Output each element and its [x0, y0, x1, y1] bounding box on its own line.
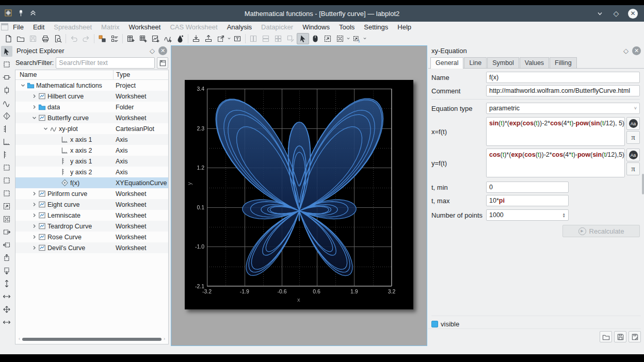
- add-x-axis-tool[interactable]: [1, 136, 12, 147]
- worksheet-page[interactable]: 3.42.31.20.1-1.0-2.1-3.2-1.9-0.60.61.93.…: [185, 80, 413, 309]
- expander-icon[interactable]: [31, 245, 37, 251]
- expander-icon[interactable]: [31, 191, 37, 197]
- print-button[interactable]: [39, 33, 52, 44]
- visible-checkbox[interactable]: [431, 321, 438, 327]
- text-label-button[interactable]: [231, 33, 244, 44]
- auto-scale-x-tool[interactable]: [1, 291, 12, 302]
- menu-settings[interactable]: Settings: [359, 23, 393, 31]
- add-y-axis-tool[interactable]: [1, 149, 12, 160]
- x-equation-field[interactable]: sin(t)*(exp(cos(t))-2*cos(4*t)-pow(sin(t…: [486, 117, 625, 146]
- extend-range-tool[interactable]: [1, 317, 12, 327]
- tmax-field[interactable]: 10*pi: [486, 195, 569, 206]
- expander-icon[interactable]: [31, 115, 37, 121]
- scale-x-region-tool[interactable]: [1, 72, 12, 83]
- new-datapicker-button[interactable]: [174, 33, 186, 44]
- zoom-select-tool[interactable]: [1, 201, 12, 211]
- expander-icon[interactable]: [31, 223, 37, 229]
- scrollbar-thumb[interactable]: [22, 338, 162, 341]
- auto-scale-all-tool[interactable]: [1, 304, 12, 315]
- add-equation-curve-tool[interactable]: [1, 110, 12, 121]
- menu-edit[interactable]: Edit: [28, 23, 49, 31]
- tab-filling[interactable]: Filling: [550, 57, 577, 68]
- shift-down-y-tool[interactable]: [1, 265, 12, 276]
- tree-row-mathematical-functions[interactable]: Mathematical functionsProject: [15, 80, 168, 91]
- tree-row-y-axis-2[interactable]: y axis 2Axis: [15, 167, 168, 177]
- equation-type-select[interactable]: parametric ˅: [486, 103, 640, 114]
- insert-constant-button[interactable]: π: [626, 131, 640, 144]
- import-button[interactable]: [190, 33, 202, 44]
- expander-icon[interactable]: [42, 126, 49, 132]
- zoom-fit-selection-tool[interactable]: [1, 213, 12, 224]
- new-worksheet-button[interactable]: [149, 33, 162, 44]
- print-preview-button[interactable]: [52, 33, 64, 44]
- menu-analysis[interactable]: Analysis: [222, 23, 256, 31]
- comment-field[interactable]: http://mathworld.wolfram.com/ButterflyCu…: [486, 85, 640, 96]
- load-template-button[interactable]: [600, 331, 612, 342]
- zoom-in-region-tool[interactable]: [1, 162, 12, 173]
- minimize-button[interactable]: [595, 9, 604, 18]
- tree-row-x-axis-1[interactable]: x axis 1Axis: [15, 134, 168, 145]
- tree-row-f-x-[interactable]: f(x)XYEquationCurve: [15, 177, 168, 188]
- tree-row-y-axis-1[interactable]: y axis 1Axis: [15, 156, 168, 167]
- tab-line[interactable]: Line: [464, 57, 487, 68]
- tree-row-xy-plot[interactable]: xy-plotCartesianPlot: [15, 123, 168, 134]
- close-dock-icon[interactable]: ✕: [632, 46, 641, 55]
- new-plot-button[interactable]: [162, 33, 174, 44]
- expander-icon[interactable]: [31, 93, 37, 100]
- insert-function-button[interactable]: Aa: [626, 149, 640, 161]
- dock-scrollbar[interactable]: [642, 174, 644, 194]
- auto-scale-y-tool[interactable]: [1, 278, 12, 289]
- scroll-right-arrow[interactable]: ›: [164, 337, 165, 341]
- chevron-down-icon[interactable]: [227, 33, 231, 44]
- add-xy-curve-tool[interactable]: [1, 97, 12, 108]
- navigate-mode-button[interactable]: [309, 33, 321, 44]
- select-mode-button[interactable]: [297, 33, 309, 44]
- menu-file[interactable]: File: [8, 23, 28, 31]
- chevron-down-icon[interactable]: [363, 33, 367, 44]
- chevron-down-icon[interactable]: [346, 33, 350, 44]
- tree-row-data[interactable]: dataFolder: [15, 102, 168, 112]
- tree-row-lemniscate[interactable]: LemniscateWorksheet: [15, 210, 168, 221]
- zoom-fit-region-tool[interactable]: [1, 188, 12, 199]
- pin-icon[interactable]: [17, 9, 25, 19]
- tree-row-piriform-curve[interactable]: Piriform curveWorksheet: [15, 188, 168, 199]
- plot-select-tool[interactable]: [1, 46, 12, 57]
- shift-left-x-tool[interactable]: [1, 239, 12, 250]
- column-name[interactable]: Name: [15, 70, 37, 79]
- filter-options-button[interactable]: [157, 57, 168, 69]
- shift-right-x-tool[interactable]: [1, 226, 12, 237]
- close-button[interactable]: ✕: [628, 9, 638, 19]
- menu-help[interactable]: Help: [393, 23, 416, 31]
- tab-general[interactable]: General: [430, 57, 463, 69]
- points-spinbox[interactable]: 1000 ▲▼: [486, 209, 569, 221]
- insert-constant-button[interactable]: π: [626, 162, 640, 175]
- save-default-template-button[interactable]: [629, 331, 641, 342]
- new-folder-button[interactable]: [108, 33, 121, 44]
- menu-tools[interactable]: Tools: [334, 23, 359, 31]
- new-project-button[interactable]: [2, 33, 14, 44]
- save-template-button[interactable]: [614, 331, 626, 342]
- scale-y-region-tool[interactable]: [1, 85, 12, 95]
- tree-row-rose-curve[interactable]: Rose CurveWorksheet: [15, 232, 168, 242]
- zoom-out-region-tool[interactable]: [1, 175, 12, 186]
- y-equation-field[interactable]: cos(t)*(exp(cos(t))-2*cos(4*t)-pow(sin(t…: [486, 149, 625, 177]
- float-dock-icon[interactable]: ◇: [623, 47, 629, 55]
- new-live-data-button[interactable]: [215, 33, 227, 44]
- expander-icon[interactable]: [31, 104, 37, 110]
- close-dock-icon[interactable]: ✕: [158, 46, 167, 55]
- worksheet-view[interactable]: 3.42.31.20.1-1.0-2.1-3.2-1.9-0.60.61.93.…: [171, 45, 427, 346]
- tree-row-devil-s-curve[interactable]: Devil's CurveWorksheet: [15, 242, 168, 253]
- expander-icon[interactable]: [31, 202, 37, 208]
- column-type[interactable]: Type: [113, 70, 130, 79]
- expander-icon[interactable]: [31, 212, 37, 219]
- spin-arrows-icon[interactable]: ▲▼: [562, 212, 566, 218]
- tab-values[interactable]: Values: [520, 57, 549, 68]
- tree-row-x-axis-2[interactable]: x axis 2Axis: [15, 145, 168, 156]
- tree-row-hilbert-curve[interactable]: Hilbert curveWorksheet: [15, 91, 168, 102]
- maximize-button[interactable]: ◇: [611, 9, 621, 18]
- tree-row-butterfly-curve[interactable]: Butterfly curveWorksheet: [15, 112, 168, 123]
- tree-header[interactable]: Name Type: [15, 70, 168, 80]
- tree-row-teardrop-curve[interactable]: Teardrop CurveWorksheet: [15, 221, 168, 232]
- scroll-left-arrow[interactable]: ‹: [19, 337, 20, 341]
- export-button[interactable]: [202, 33, 215, 44]
